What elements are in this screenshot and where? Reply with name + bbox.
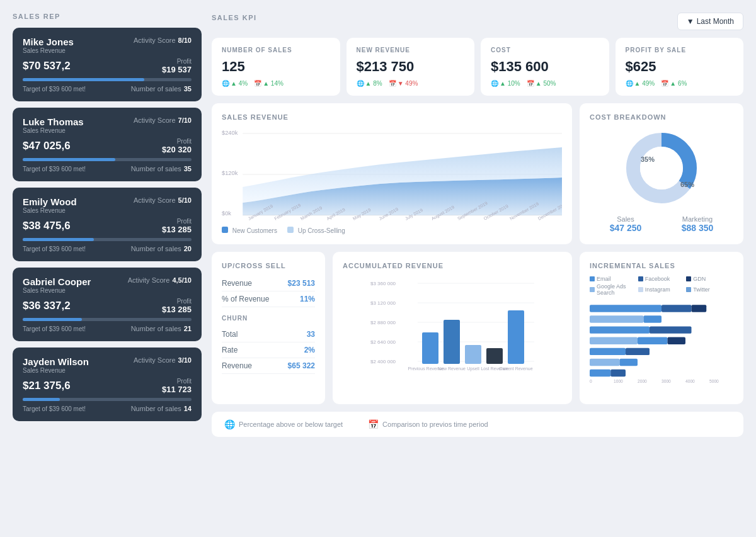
- svg-rect-58: [610, 370, 626, 376]
- accumulated-card: ACCUMULATED REVENUE $3 360 000 $3 120 00…: [333, 252, 572, 404]
- rep-name-2: Emily Wood Sales Revenue: [23, 196, 77, 215]
- svg-rect-54: [626, 348, 650, 355]
- progress-bg-4: [23, 398, 192, 401]
- incr-legend-item-1: Facebook: [638, 276, 685, 282]
- reps-list: Mike Jones Sales Revenue Activity Score …: [13, 28, 202, 421]
- rep-card-2: Emily Wood Sales Revenue Activity Score …: [13, 188, 202, 261]
- svg-rect-50: [590, 337, 638, 344]
- svg-text:1000: 1000: [614, 379, 623, 383]
- svg-rect-56: [620, 359, 638, 366]
- kpi-label-3: PROFIT BY SALE: [626, 47, 734, 54]
- calendar-icon-2: 📅: [527, 80, 534, 87]
- sales-label-item: Sales $47 250: [610, 215, 642, 233]
- svg-rect-46: [590, 315, 644, 322]
- incr-legend-item-2: GDN: [686, 276, 733, 282]
- target-text-4: Target of $39 600 met!: [23, 405, 86, 412]
- svg-rect-45: [692, 305, 707, 312]
- globe-icon-0: 🌐: [222, 80, 229, 87]
- accumulated-title: ACCUMULATED REVENUE: [343, 262, 562, 269]
- progress-bg-0: [23, 78, 192, 81]
- progress-fill-0: [23, 78, 144, 81]
- rep-revenue-1: $47 025,6: [23, 140, 71, 152]
- activity-score-0: Activity Score 8/10: [134, 37, 192, 44]
- progress-fill-1: [23, 158, 115, 161]
- calendar-icon-1: 📅: [389, 80, 396, 87]
- stat2-3: 📅 ▲ 6%: [661, 80, 687, 87]
- rep-card-4: Jayden Wilson Sales Revenue Activity Sco…: [13, 348, 202, 421]
- churn-title: CHURN: [222, 315, 315, 322]
- kpi-card-2: COST $135 600 🌐 ▲ 10% 📅 ▲ 50%: [481, 38, 609, 96]
- footer-text-1: Percentage above or below target: [239, 421, 343, 428]
- num-sales-1: Number of sales 35: [131, 165, 192, 172]
- sales-revenue-chart: $240k $120k $0k: [222, 127, 562, 222]
- progress-bg-2: [23, 238, 192, 241]
- bottom-row: UP/CROSS SELL Revenue $23 513 % of Reven…: [212, 252, 743, 404]
- svg-rect-35: [465, 345, 481, 364]
- svg-text:$2 400 000: $2 400 000: [370, 359, 396, 365]
- progress-bg-3: [23, 318, 192, 321]
- kpi-card-1: NEW REVENUE $213 750 🌐 ▲ 8% 📅 ▼ 49%: [346, 38, 475, 96]
- svg-rect-55: [590, 359, 620, 366]
- calendar-icon-footer: 📅: [368, 419, 379, 429]
- cost-breakdown-title: COST BREAKDOWN: [590, 113, 733, 121]
- filter-button[interactable]: ▼ Last Month: [677, 13, 743, 30]
- svg-rect-49: [650, 326, 692, 333]
- svg-text:$3 360 000: $3 360 000: [370, 281, 396, 286]
- stat1-1: 🌐 ▲ 8%: [357, 80, 382, 87]
- dashboard: SALES REP Mike Jones Sales Revenue Activ…: [13, 13, 743, 437]
- target-text-1: Target of $39 600 met!: [23, 166, 86, 172]
- stat1-2: 🌐 ▲ 10%: [491, 80, 520, 87]
- calendar-icon-0: 📅: [254, 80, 261, 87]
- chart-legend: New Customers Up Cross-Selling: [222, 227, 562, 234]
- stat1-3: 🌐 ▲ 49%: [626, 80, 655, 87]
- progress-fill-4: [23, 398, 60, 401]
- incr-legend-item-4: Instagram: [638, 283, 685, 296]
- svg-text:New Revenue: New Revenue: [438, 366, 466, 371]
- svg-text:$120k: $120k: [222, 170, 238, 176]
- svg-text:Upsell: Upsell: [467, 366, 479, 371]
- svg-rect-52: [668, 337, 686, 344]
- svg-rect-57: [590, 370, 610, 376]
- rep-revenue-4: $21 375,6: [23, 380, 71, 392]
- progress-bg-1: [23, 158, 192, 161]
- svg-text:4000: 4000: [685, 379, 695, 383]
- target-text-0: Target of $39 600 met!: [23, 86, 86, 93]
- kpi-value-3: $625: [626, 59, 734, 75]
- progress-fill-3: [23, 318, 82, 321]
- upcross-card: UP/CROSS SELL Revenue $23 513 % of Reven…: [212, 252, 325, 404]
- kpi-stats-2: 🌐 ▲ 10% 📅 ▲ 50%: [491, 80, 599, 87]
- kpi-value-1: $213 750: [357, 59, 465, 75]
- incremental-title: INCREMENTAL SALES: [590, 262, 733, 269]
- incr-legend-item-5: Twitter: [686, 283, 733, 296]
- svg-text:$2 640 000: $2 640 000: [370, 339, 396, 345]
- sales-rep-title: SALES REP: [13, 13, 202, 20]
- revenue-label: Revenue: [222, 279, 252, 288]
- stat2-2: 📅 ▲ 50%: [527, 80, 556, 87]
- marketing-label-item: Marketing $88 350: [682, 215, 714, 233]
- kpi-value-2: $135 600: [491, 59, 599, 75]
- svg-text:3000: 3000: [662, 379, 671, 383]
- calendar-icon-3: 📅: [661, 80, 668, 87]
- rate-row: Rate 2%: [222, 342, 315, 358]
- stat2-0: 📅 ▲ 14%: [254, 80, 284, 87]
- sales-revenue-card: SALES REVENUE $240k $120k $0k: [212, 103, 572, 244]
- svg-rect-33: [422, 332, 438, 364]
- globe-icon-2: 🌐: [491, 80, 498, 87]
- rep-card-1: Luke Thomas Sales Revenue Activity Score…: [13, 108, 202, 181]
- svg-rect-37: [508, 310, 524, 364]
- pct-row: % of Revenue 11%: [222, 291, 315, 307]
- upcross-title: UP/CROSS SELL: [222, 262, 315, 269]
- rep-profit-4: Profit $11 723: [162, 378, 192, 394]
- kpi-card-0: NUMBER OF SALES 125 🌐 ▲ 4% 📅 ▲ 14%: [212, 38, 340, 96]
- svg-rect-43: [590, 305, 662, 312]
- sales-val: $47 250: [610, 223, 642, 233]
- svg-text:$2 880 000: $2 880 000: [370, 320, 396, 325]
- footer-bar: 🌐 Percentage above or below target 📅 Com…: [212, 412, 743, 437]
- activity-score-3: Activity Score 4,5/10: [128, 276, 192, 284]
- rate-label: Rate: [222, 346, 238, 354]
- rep-profit-0: Profit $19 537: [162, 58, 192, 74]
- target-text-2: Target of $39 600 met!: [23, 246, 86, 252]
- svg-text:65%: 65%: [680, 181, 694, 188]
- revenue-row: Revenue $23 513: [222, 276, 315, 291]
- svg-text:$0k: $0k: [222, 210, 231, 217]
